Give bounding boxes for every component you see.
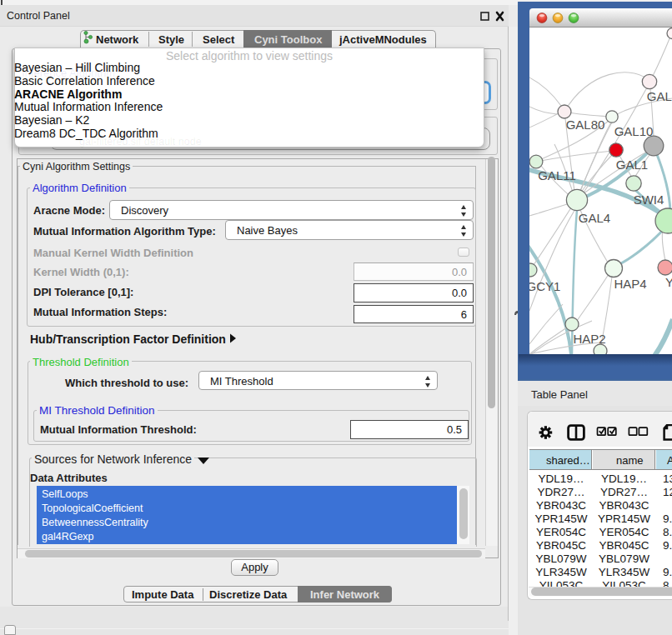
svg-text:SWI4: SWI4 [634, 192, 664, 207]
svg-text:Y: Y [665, 275, 672, 289]
svg-text:GAL4: GAL4 [579, 211, 610, 225]
svg-text:HAP4: HAP4 [614, 277, 646, 291]
svg-text:GCY1: GCY1 [529, 279, 560, 293]
svg-text:HAP2: HAP2 [573, 332, 605, 346]
svg-text:GAL11: GAL11 [538, 168, 576, 182]
svg-text:GAL1: GAL1 [616, 158, 648, 172]
svg-text:GAL2: GAL2 [647, 89, 672, 103]
svg-text:GAL10: GAL10 [614, 124, 654, 138]
svg-text:GAL80: GAL80 [566, 118, 605, 132]
